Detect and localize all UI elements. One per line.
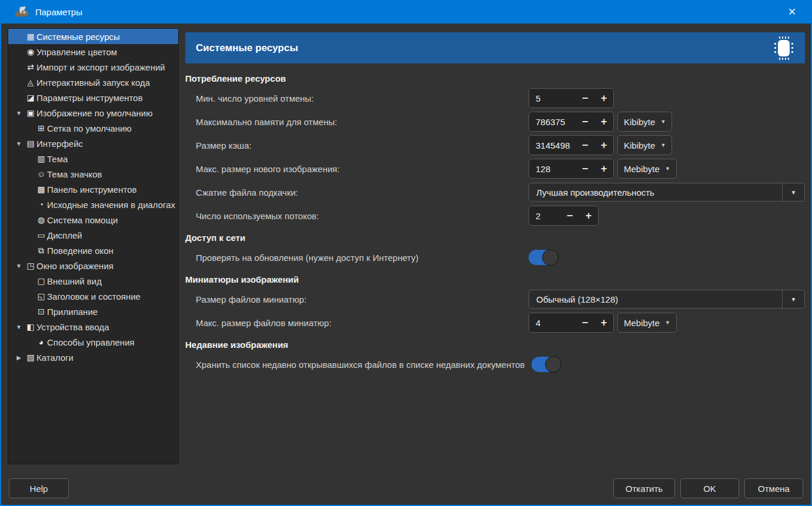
chevron-down-icon: ▼ <box>665 166 670 172</box>
section-title: Доступ к сети <box>185 227 805 246</box>
setting-label: Размер файлов миниатюр: <box>185 294 529 304</box>
input-controllers-icon: ◕ <box>35 337 47 347</box>
window-behavior-icon: ⧉ <box>35 246 47 256</box>
folders-icon: ▧ <box>25 353 36 362</box>
sidebar-item[interactable]: ⊡Прилипание <box>8 304 178 319</box>
sidebar-item[interactable]: ◬Интерактивный запуск кода <box>8 75 178 90</box>
sidebar-item-label: Интерактивный запуск кода <box>36 78 150 88</box>
ok-button[interactable]: OK <box>680 478 739 498</box>
cpu-icon <box>771 35 797 61</box>
spin-decrement-button[interactable]: − <box>576 139 594 152</box>
gimp-app-icon <box>14 6 29 18</box>
spin-value-input[interactable] <box>529 140 576 150</box>
spin-value-input[interactable] <box>529 93 576 103</box>
sidebar-item-label: Тема значков <box>47 169 102 179</box>
chevron-down-icon[interactable]: ▼ <box>13 324 25 330</box>
sidebar-item[interactable]: ◍Система помощи <box>8 212 178 227</box>
sidebar-item[interactable]: ▥Тема <box>8 151 178 166</box>
chevron-down-icon: ▼ <box>665 320 670 326</box>
spin-decrement-button[interactable]: − <box>576 116 594 128</box>
spin-decrement-button[interactable]: − <box>576 317 594 329</box>
sidebar-item[interactable]: ◕Способы управления <box>8 334 178 350</box>
combobox[interactable]: Лучшая производительность▼ <box>529 183 805 202</box>
chevron-down-icon: ▼ <box>782 290 804 308</box>
help-button[interactable]: Help <box>9 478 69 498</box>
settings-row: Хранить список недавно открывавшихся фай… <box>185 353 805 376</box>
sidebar-item[interactable]: ☺Тема значков <box>8 166 178 182</box>
sidebar-item[interactable]: ▼◧Устройства ввода <box>8 319 178 334</box>
chevron-down-icon: ▼ <box>660 142 666 148</box>
chevron-down-icon: ▼ <box>782 183 804 201</box>
spinbutton: −+ <box>529 112 614 132</box>
spin-increment-button[interactable]: + <box>594 163 613 175</box>
spin-decrement-button[interactable]: − <box>560 210 579 222</box>
spin-increment-button[interactable]: + <box>594 317 613 329</box>
sidebar-item[interactable]: ▩Панель инструментов <box>8 182 178 197</box>
settings-row: Мин. число уровней отмены:−+ <box>185 86 805 110</box>
sidebar-item[interactable]: ▼▤Интерфейс <box>8 136 178 151</box>
settings-panel: Потребление ресурсовМин. число уровней о… <box>185 68 805 376</box>
revert-button[interactable]: Откатить <box>613 478 675 498</box>
dialog-defaults-icon: ◔ <box>35 200 47 209</box>
spin-value-input[interactable] <box>529 117 576 127</box>
display-icon: ▭ <box>35 230 47 240</box>
section-title: Недавние изображения <box>185 334 805 353</box>
input-devices-icon: ◧ <box>25 322 36 331</box>
setting-label: Сжатие файла подкачки: <box>185 187 529 197</box>
unit-dropdown[interactable]: Kibibyte▼ <box>617 135 672 155</box>
setting-label: Хранить список недавно открывавшихся фай… <box>185 360 532 370</box>
sidebar-item[interactable]: ▶▧Каталоги <box>8 350 178 365</box>
chevron-right-icon[interactable]: ▶ <box>13 354 25 361</box>
help-system-icon: ◍ <box>35 215 47 224</box>
sidebar-item[interactable]: ⧉Поведение окон <box>8 243 178 258</box>
unit-dropdown[interactable]: Kibibyte▼ <box>617 112 672 132</box>
combobox[interactable]: Обычный (128×128)▼ <box>529 290 805 309</box>
toggle-switch[interactable] <box>532 357 561 372</box>
sidebar-item[interactable]: ◪Параметры инструментов <box>8 90 178 105</box>
sidebar-item-label: Управление цветом <box>36 47 117 57</box>
combobox-value: Лучшая производительность <box>529 187 782 197</box>
spin-increment-button[interactable]: + <box>594 92 613 105</box>
chevron-down-icon[interactable]: ▼ <box>13 140 25 147</box>
toggle-switch[interactable] <box>529 250 558 265</box>
sidebar-item[interactable]: ▼◳Окно изображения <box>8 258 178 273</box>
spin-value-input[interactable] <box>529 211 560 221</box>
sidebar-item[interactable]: ⇄Импорт и экспорт изображений <box>8 59 178 75</box>
spin-increment-button[interactable]: + <box>594 116 613 128</box>
spin-increment-button[interactable]: + <box>594 139 613 152</box>
sidebar-item[interactable]: ◉Управление цветом <box>8 44 178 59</box>
spin-value-input[interactable] <box>529 318 576 328</box>
sidebar-item[interactable]: ▦Системные ресурсы <box>8 29 178 44</box>
cpu-icon: ▦ <box>25 32 36 41</box>
spin-increment-button[interactable]: + <box>579 210 598 222</box>
settings-row: Размер кэша:−+Kibibyte▼ <box>185 133 805 157</box>
toggle-knob <box>542 249 559 266</box>
spin-decrement-button[interactable]: − <box>576 163 594 175</box>
sidebar-item[interactable]: ▼▣Изображение по умолчанию <box>8 105 178 120</box>
sidebar-item-label: Система помощи <box>47 215 118 225</box>
sidebar-item[interactable]: ◱Заголовок и состояние <box>8 289 178 304</box>
section-title: Миниатюры изображений <box>185 269 805 287</box>
appearance-icon: ▢ <box>35 276 47 286</box>
chevron-down-icon[interactable]: ▼ <box>13 263 25 269</box>
color-management-icon: ◉ <box>25 47 36 56</box>
sidebar-item[interactable]: ▭Дисплей <box>8 227 178 243</box>
close-icon[interactable]: ✕ <box>779 0 805 24</box>
sidebar-item[interactable]: ⊞Сетка по умолчанию <box>8 120 178 136</box>
spin-decrement-button[interactable]: − <box>576 92 594 105</box>
setting-label: Макс. размер файлов миниатюр: <box>185 318 529 328</box>
sidebar-item-label: Импорт и экспорт изображений <box>36 62 165 72</box>
setting-label: Размер кэша: <box>185 140 529 150</box>
unit-dropdown[interactable]: Mebibyte▼ <box>617 159 677 179</box>
unit-dropdown[interactable]: Mebibyte▼ <box>617 313 677 333</box>
cancel-button[interactable]: Отмена <box>744 478 803 498</box>
sidebar-item-label: Поведение окон <box>47 246 113 256</box>
sidebar-item-label: Способы управления <box>47 337 135 347</box>
spinbutton: −+ <box>529 159 614 179</box>
sidebar-item-label: Каталоги <box>36 353 73 363</box>
settings-row: Размер файлов миниатюр:Обычный (128×128)… <box>185 287 805 311</box>
spin-value-input[interactable] <box>529 164 576 174</box>
sidebar-item[interactable]: ▢Внешний вид <box>8 273 178 289</box>
chevron-down-icon[interactable]: ▼ <box>13 110 25 116</box>
sidebar-item[interactable]: ◔Исходные значения в диалогах <box>8 197 178 212</box>
